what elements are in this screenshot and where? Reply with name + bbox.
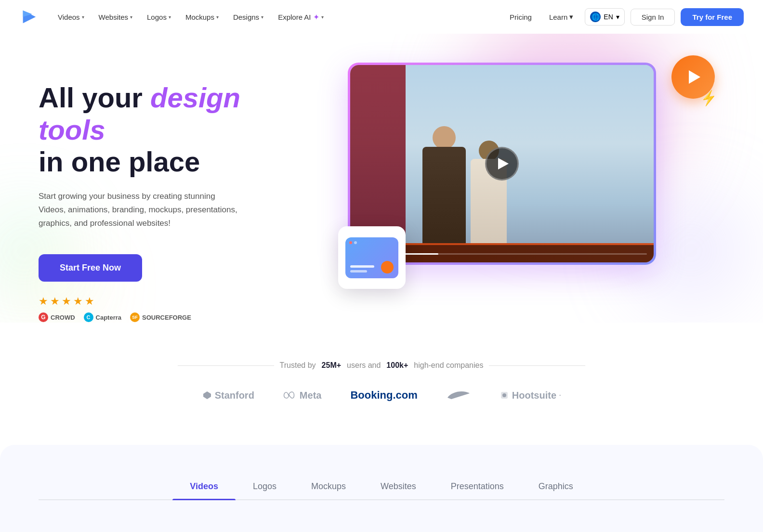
nav-videos[interactable]: Videos ▾ [52,9,90,25]
nav-logos-label: Logos [147,13,167,21]
nav-pricing-label: Pricing [510,13,532,21]
nav-mockups[interactable]: Mockups ▾ [180,9,224,25]
tab-graphics[interactable]: Graphics [521,474,591,499]
hero-left: All your design tools in one place Start… [39,63,279,322]
tab-websites[interactable]: Websites [363,474,434,499]
tabs-container: Videos Logos Mockups Websites Presentati… [39,474,724,500]
nav-designs[interactable]: Designs ▾ [227,9,269,25]
bottom-partial [0,500,763,532]
lightning-icon: ⚡ [699,89,718,107]
signin-button[interactable]: Sign In [631,9,675,26]
nav-right: Pricing Learn ▾ 🌐 EN ▾ Sign In Try for F… [504,8,744,26]
sourceforge-icon: SF [130,312,140,322]
nav-logos[interactable]: Logos ▾ [141,9,177,25]
lang-label: EN [604,13,613,21]
start-free-button[interactable]: Start Free Now [39,254,142,282]
company-meta: Meta [283,390,322,401]
nav-websites-label: Websites [99,13,128,21]
chevron-down-icon: ▾ [321,14,324,20]
hootsuite-label: Hootsuite [512,390,556,401]
sourceforge-label: SOURCEFORGE [142,314,191,321]
star-rating: ★ ★ ★ ★ ★ [39,295,279,308]
trusted-prefix: Trusted by [280,361,316,370]
nav-videos-label: Videos [58,13,80,21]
company-booking: Booking.com [350,389,417,402]
trusted-line-left [178,365,274,366]
review-logo-sourceforge: SF SOURCEFORGE [130,312,191,322]
trusted-text: Trusted by 25M+ users and 100k+ high-end… [39,361,724,370]
card-dots [349,241,357,244]
chevron-down-icon: ▾ [569,13,573,21]
video-preview [348,63,656,265]
video-play-button[interactable] [485,147,519,181]
chevron-down-icon: ▾ [130,14,132,20]
gcrowd-label: CROWD [51,314,75,321]
tab-graphics-label: Graphics [539,481,573,491]
tab-mockups[interactable]: Mockups [294,474,363,499]
nav-learn-label: Learn [549,13,567,21]
stanford-icon [202,390,212,400]
nav-explore-ai-label: Explore AI [278,13,311,21]
star-icon: ★ [73,295,83,308]
tab-presentations[interactable]: Presentations [434,474,521,499]
meta-label: Meta [300,390,322,401]
hootsuite-trademark: · [559,392,561,399]
review-logo-capterra: C Capterra [84,312,121,322]
card-line [350,265,374,268]
chevron-down-icon: ▾ [261,14,263,20]
gcrowd-icon: G [39,312,48,322]
nav-learn[interactable]: Learn ▾ [543,9,579,25]
hero-section: All your design tools in one place Start… [0,34,763,323]
chevron-down-icon: ▾ [82,14,84,20]
tab-logos[interactable]: Logos [236,474,294,499]
card-line [350,270,367,272]
dot-red [349,241,352,244]
nav-pricing[interactable]: Pricing [504,9,538,25]
trusted-users: 25M+ [322,361,341,370]
nav-designs-label: Designs [233,13,259,21]
hero-description: Start growing your business by creating … [39,190,241,230]
trusted-companies: 100k+ [386,361,408,370]
card-lines [350,265,374,272]
navbar: Videos ▾ Websites ▾ Logos ▾ Mockups ▾ De… [0,0,763,34]
svg-point-3 [502,393,506,397]
tab-presentations-label: Presentations [451,481,504,491]
company-nike [447,390,471,400]
hootsuite-icon [500,390,509,400]
nav-links: Videos ▾ Websites ▾ Logos ▾ Mockups ▾ De… [52,9,504,26]
star-icon: ★ [85,295,94,308]
language-selector[interactable]: 🌐 EN ▾ [585,8,624,26]
bottom-spacer [39,510,724,524]
nike-icon [447,390,471,400]
star-icon: ★ [39,295,48,308]
meta-icon [283,391,297,399]
card-illustration [345,237,398,278]
nav-explore-ai[interactable]: Explore AI ✦ ▾ [272,9,329,26]
figure-1 [422,126,466,243]
logo[interactable] [19,8,38,26]
tabs-section: Videos Logos Mockups Websites Presentati… [0,445,763,500]
company-logos: Stanford Meta Booking.com Hootsuite · [39,389,724,402]
star-icon: ★ [62,295,71,308]
star-icon: ★ [50,295,60,308]
figure-1-body [422,147,466,243]
booking-label: Booking.com [350,389,417,402]
capterra-icon: C [84,312,93,322]
tab-websites-label: Websites [381,481,416,491]
floating-play-button[interactable]: ⚡ [671,55,715,99]
capterra-label: Capterra [96,314,121,321]
company-stanford: Stanford [202,390,254,401]
floating-card [338,226,406,289]
hero-heading-part2: in one place [39,146,200,177]
hero-right: ⚡ [279,63,724,265]
nav-mockups-label: Mockups [185,13,214,21]
tab-videos-label: Videos [190,481,218,491]
card-circle [381,261,394,273]
play-icon [689,70,700,84]
nav-websites[interactable]: Websites ▾ [93,9,138,25]
try-free-button[interactable]: Try for Free [681,8,744,26]
play-icon [498,158,509,169]
tab-videos[interactable]: Videos [172,474,236,499]
flag-icon: 🌐 [590,12,601,22]
trusted-suffix: high-end companies [414,361,483,370]
